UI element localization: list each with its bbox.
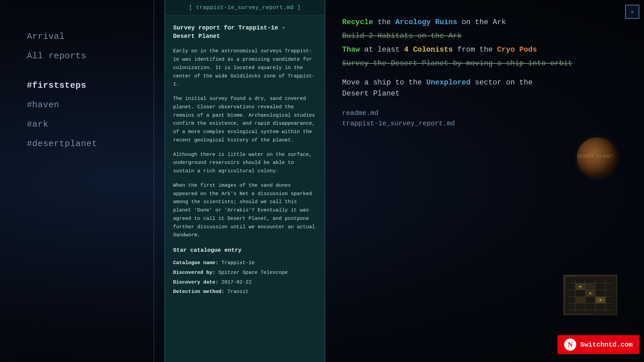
nintendo-logo: N (564, 339, 576, 351)
station-image (564, 275, 617, 315)
sidebar-item-firststeps[interactable]: #firststeps (27, 76, 141, 95)
obj3-part3: 4 Colonists (404, 46, 453, 54)
detection-method-label: Detection method: (173, 289, 224, 295)
objective-move-ship: Move a ship to the Unexplored sector on … (342, 77, 631, 99)
doc-header: [ trappist-1e_survey_report.md ] (165, 0, 325, 16)
station-thumbnail (564, 275, 624, 322)
svg-point-20 (599, 299, 601, 301)
discovered-by-label: Discovered by: (173, 270, 215, 276)
svg-rect-16 (576, 297, 585, 303)
sidebar: Arrival All reports #firststeps #haven #… (0, 0, 154, 362)
obj4-highlight: Desert Planet (391, 59, 448, 68)
svg-point-18 (579, 286, 581, 288)
objective-recycle-arcology: Recycle the Arcology Ruins on the Ark (342, 17, 631, 28)
close-button[interactable]: ✕ (625, 5, 639, 19)
obj3-part1: Thaw (342, 46, 360, 54)
catalogue-name-val: Trappist-1e (221, 260, 255, 266)
file-readme[interactable]: readme.md (342, 109, 631, 117)
discovery-date-line: Discovery date: 2017-02-22 (173, 279, 317, 287)
obj3-part4: from the (457, 46, 497, 54)
detection-method-line: Detection method: Transit (173, 288, 317, 296)
discovery-date-val: 2017-02-22 (221, 280, 252, 285)
close-icon: ✕ (631, 8, 634, 15)
document-panel: [ trappist-1e_survey_report.md ] Survey … (164, 0, 325, 362)
doc-para-1: Early on in the astronomical surveys Tra… (173, 47, 317, 89)
obj4-text2: by moving a ship into orbit (453, 59, 572, 68)
doc-content[interactable]: Survey report for Trappist-1e -Desert Pl… (165, 16, 325, 362)
obj3-part5: Cryo Pods (497, 46, 537, 54)
nintendo-banner: N Switchntd.com (557, 335, 639, 354)
objective-survey-desert: Survey the Desert Planet by moving a shi… (342, 58, 631, 69)
doc-para-2: The initial survey found a dry, sand cov… (173, 95, 317, 145)
discovered-by-line: Discovered by: Spitzer Space Telescope (173, 269, 317, 277)
svg-point-19 (589, 292, 591, 294)
station-svg (565, 277, 615, 313)
objective-thaw-colonists: Thaw at least 4 Colonists from the Cryo … (342, 44, 631, 55)
doc-para-3: Although there is little water on the su… (173, 151, 317, 176)
obj3-part2: at least (364, 46, 404, 54)
obj1-part1: Recycle (342, 18, 373, 26)
detection-method-val: Transit (227, 289, 249, 295)
discovered-by-val: Spitzer Space Telescope (218, 270, 288, 276)
catalogue-name-line: Catalogue name: Trappist-1e (173, 259, 317, 267)
file-survey-report[interactable]: trappist-1e_survey_report.md (342, 120, 631, 127)
obj4-text: Survey the (342, 59, 391, 68)
objectives-list: Recycle the Arcology Ruins on the Ark Bu… (342, 17, 631, 99)
obj5-part2: Unexplored (426, 78, 471, 87)
sidebar-divider (154, 0, 154, 362)
right-panel: Recycle the Arcology Ruins on the Ark Bu… (329, 0, 644, 362)
doc-para-4: When the first images of the sand dunes … (173, 182, 317, 240)
doc-title: Survey report for Trappist-1e -Desert Pl… (173, 24, 317, 41)
catalogue-name-label: Catalogue name: (173, 260, 218, 266)
nintendo-label: Switchntd.com (580, 341, 633, 349)
files-section: readme.md trappist-1e_survey_report.md (342, 109, 631, 127)
sidebar-item-desertplanet[interactable]: #desertplanet (27, 134, 141, 154)
sidebar-item-haven[interactable]: #haven (27, 95, 141, 115)
obj1-part3: Arcology Ruins (395, 18, 457, 26)
obj1-part4: on the Ark (462, 18, 506, 26)
obj1-part2: the (378, 18, 395, 26)
planet-label: DESERT PLANET (577, 154, 614, 159)
planet-thumbnail: DESERT PLANET (550, 134, 617, 188)
sidebar-item-arrival[interactable]: Arrival (27, 27, 141, 46)
discovery-date-label: Discovery date: (173, 280, 218, 285)
svg-rect-17 (586, 284, 595, 290)
objective-build-habitats: Build 2 Habitats on the Ark (342, 31, 631, 42)
doc-star-section: Star catalogue entry (173, 246, 317, 255)
sidebar-item-ark[interactable]: #ark (27, 115, 141, 134)
obj2-part1: Build 2 Habitats on the Ark (342, 32, 462, 40)
obj5-part1: Move a ship to the (342, 78, 426, 87)
sidebar-item-all-reports[interactable]: All reports (27, 46, 141, 66)
